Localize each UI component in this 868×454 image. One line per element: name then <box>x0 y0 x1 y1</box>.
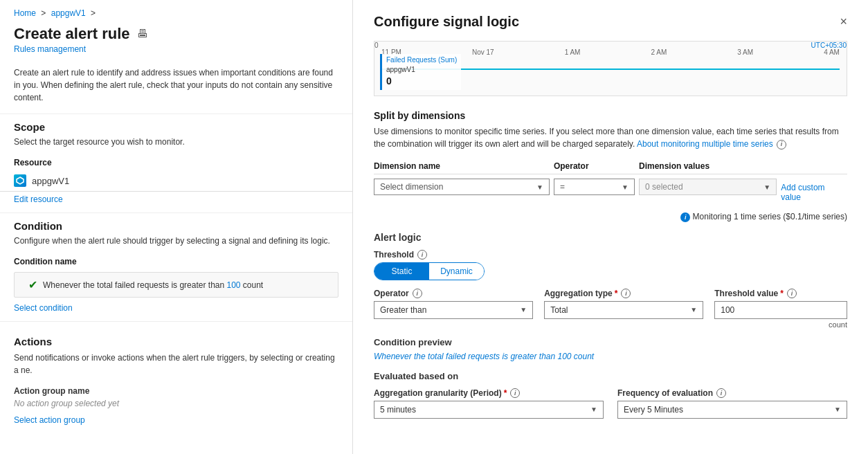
info-icon-frequency[interactable]: i <box>716 388 726 398</box>
page-title: Create alert rule <box>14 25 130 43</box>
operator-select[interactable]: Greater than ▼ <box>374 301 533 319</box>
threshold-value-input[interactable] <box>714 301 847 319</box>
close-button[interactable]: × <box>840 15 847 29</box>
actions-desc: Send notifications or invoke actions whe… <box>0 350 352 382</box>
scope-title: Scope <box>0 114 352 136</box>
breadcrumb-sep2: > <box>91 8 96 18</box>
page-description: Create an alert rule to identify and add… <box>0 61 352 113</box>
metric-name: Failed Requests (Sum) <box>386 55 457 65</box>
chevron-down-icon: ▼ <box>690 306 697 314</box>
monitoring-note: i Monitoring 1 time series ($0.1/time se… <box>374 212 847 222</box>
threshold-label: Threshold i <box>374 250 485 260</box>
chevron-down-icon: ▼ <box>763 183 770 191</box>
aggregation-type-group: Aggregation type * i Total ▼ <box>544 289 703 319</box>
agg-type-label: Aggregation type * i <box>544 289 703 298</box>
period-select[interactable]: 5 minutes ▼ <box>374 401 604 419</box>
svg-marker-0 <box>17 177 24 184</box>
chevron-down-icon: ▼ <box>536 183 543 191</box>
resource-label: Resource <box>0 152 352 170</box>
frequency-group: Frequency of evaluation i Every 5 Minute… <box>617 388 847 419</box>
select-action-group-link[interactable]: Select action group <box>0 412 352 433</box>
chevron-down-icon: ▼ <box>590 406 597 413</box>
chart-zero: 0 <box>374 42 379 49</box>
dimensions-table: Dimension name Operator Dimension values… <box>374 158 847 206</box>
info-icon-agg[interactable]: i <box>621 289 631 298</box>
chart-label-4am: 4 AM <box>824 48 840 56</box>
evaluated-title: Evaluated based on <box>374 371 847 381</box>
add-custom-value-link[interactable]: Add custom value <box>781 179 843 202</box>
alert-fields-row: Operator i Greater than ▼ Aggregation ty… <box>374 289 847 329</box>
aggregation-type-select[interactable]: Total ▼ <box>544 301 703 319</box>
split-dimensions-desc: Use dimensions to monitor specific time … <box>374 125 847 150</box>
frequency-label: Frequency of evaluation i <box>617 388 847 398</box>
condition-row: ✔ Whenever the total failed requests is … <box>14 272 338 298</box>
operator-group: Operator i Greater than ▼ <box>374 289 533 319</box>
info-icon-period[interactable]: i <box>510 388 520 398</box>
dimension-values-select[interactable]: 0 selected ▼ <box>639 179 777 195</box>
chart-label-1am: 1 AM <box>565 48 581 56</box>
info-icon-threshold-value[interactable]: i <box>787 289 797 298</box>
info-icon-operator[interactable]: i <box>413 289 422 298</box>
chart-area: 0 UTC+05:30 11 PM Nov 17 1 AM 2 AM 3 AM … <box>374 41 847 96</box>
dim-header-operator: Operator <box>554 158 639 174</box>
breadcrumb-sep1: > <box>41 8 46 18</box>
threshold-value-label: Threshold value * i <box>714 289 847 298</box>
frequency-select[interactable]: Every 5 Minutes ▼ <box>617 401 847 419</box>
chart-metric-badge: Failed Requests (Sum) appgwV1 0 <box>380 54 461 90</box>
breadcrumb: Home > appgwV1 > <box>0 0 352 22</box>
panel-title: Configure signal logic <box>374 14 519 30</box>
left-panel: Home > appgwV1 > Create alert rule 🖶 Rul… <box>0 0 353 454</box>
chart-timezone: UTC+05:30 <box>811 42 847 49</box>
condition-preview-title: Condition preview <box>374 337 847 347</box>
period-label: Aggregation granularity (Period) * i <box>374 388 604 398</box>
info-icon-threshold[interactable]: i <box>417 250 427 260</box>
no-action-text: No action group selected yet <box>0 397 352 412</box>
print-icon[interactable]: 🖶 <box>137 28 148 40</box>
condition-text: Whenever the total failed requests is gr… <box>43 280 263 290</box>
dynamic-toggle-button[interactable]: Dynamic <box>429 263 484 280</box>
split-dimensions-title: Split by dimensions <box>374 110 847 121</box>
static-toggle-button[interactable]: Static <box>374 263 429 280</box>
condition-title: Condition <box>0 213 352 235</box>
edit-resource-link[interactable]: Edit resource <box>0 192 352 212</box>
chart-label-2am: 2 AM <box>651 48 667 56</box>
required-star: * <box>615 289 618 298</box>
condition-threshold-link[interactable]: 100 <box>226 280 240 290</box>
select-condition-link[interactable]: Select condition <box>0 300 352 321</box>
threshold-value-group: Threshold value * i count <box>714 289 847 329</box>
dimension-row: Select dimension ▼ = ▼ 0 selected ▼ <box>374 174 847 207</box>
action-group-label: Action group name <box>0 382 352 397</box>
dimension-name-select[interactable]: Select dimension ▼ <box>374 179 550 195</box>
count-label: count <box>714 320 847 329</box>
dim-header-name: Dimension name <box>374 158 554 174</box>
threshold-group: Threshold i Static Dynamic <box>374 250 485 280</box>
condition-desc: Configure when the alert rule should tri… <box>0 235 352 251</box>
resource-name: appgwV1 <box>32 176 69 186</box>
breadcrumb-home[interactable]: Home <box>14 8 36 18</box>
resource-row: appgwV1 <box>0 170 352 192</box>
condition-name-label: Condition name <box>0 251 352 269</box>
chart-label-nov17: Nov 17 <box>472 48 494 56</box>
right-panel: Configure signal logic × 0 UTC+05:30 11 … <box>353 0 868 454</box>
evaluated-row: Aggregation granularity (Period) * i 5 m… <box>374 388 847 419</box>
metric-resource: appgwV1 <box>386 65 457 75</box>
actions-section: Actions Send notifications or invoke act… <box>0 322 352 433</box>
dimension-operator-select[interactable]: = ▼ <box>554 179 635 195</box>
panel-header: Configure signal logic × <box>374 14 847 30</box>
monitoring-link[interactable]: About monitoring multiple time series <box>637 139 773 149</box>
operator-label: Operator i <box>374 289 533 298</box>
chevron-down-icon: ▼ <box>834 406 841 413</box>
alert-logic-title: Alert logic <box>374 232 847 243</box>
rules-management-link[interactable]: Rules management <box>0 44 352 61</box>
required-star2: * <box>780 289 784 298</box>
chevron-down-icon: ▼ <box>520 306 527 314</box>
check-icon: ✔ <box>28 278 37 291</box>
info-icon-monitoring[interactable]: i <box>680 212 690 222</box>
breadcrumb-app[interactable]: appgwV1 <box>51 8 86 18</box>
chevron-down-icon: ▼ <box>622 183 629 191</box>
threshold-toggle-group: Static Dynamic <box>374 262 485 280</box>
info-icon-dimensions[interactable]: i <box>777 140 786 149</box>
actions-title: Actions <box>0 329 352 350</box>
period-group: Aggregation granularity (Period) * i 5 m… <box>374 388 604 419</box>
dim-header-custom <box>781 158 847 174</box>
